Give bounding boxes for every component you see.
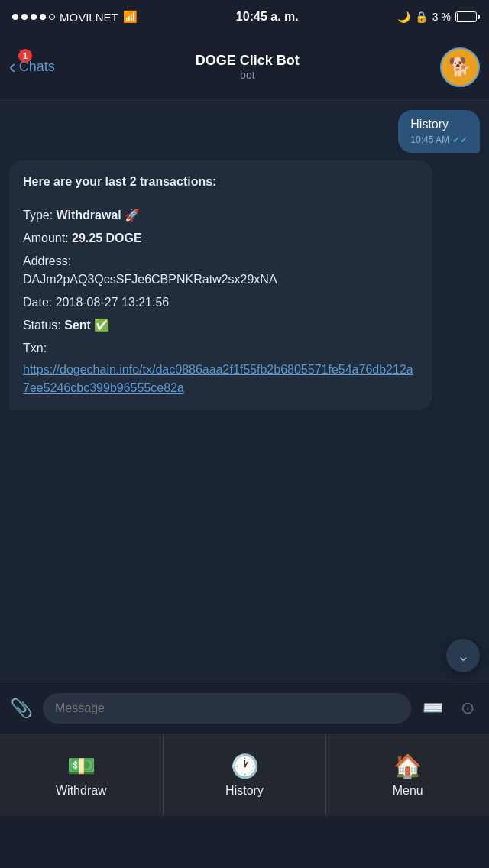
bot-message: Here are your last 2 transactions: Type:… — [9, 160, 480, 410]
status-value: Sent — [64, 319, 91, 332]
paperclip-icon: 📎 — [10, 698, 33, 719]
menu-icon: 🏠 — [393, 753, 422, 779]
camera-icon: ⊙ — [461, 698, 474, 718]
back-badge: 1 — [18, 49, 32, 63]
dot-1 — [12, 14, 18, 20]
status-label: Status: — [23, 319, 64, 332]
bot-bubble: Here are your last 2 transactions: Type:… — [9, 160, 432, 410]
date-value: 2018-08-27 13:21:56 — [56, 296, 170, 309]
back-button[interactable]: 1 ‹ Chats — [9, 55, 55, 79]
dot-3 — [31, 14, 37, 20]
chevron-down-icon: ⌄ — [457, 646, 470, 665]
attach-button[interactable]: 📎 — [8, 695, 35, 722]
read-check-icon: ✓✓ — [452, 134, 468, 145]
txn-link[interactable]: https://dogechain.info/tx/dac0886aaa2f1f… — [23, 363, 413, 394]
amount-label: Amount: — [23, 232, 72, 245]
bot-avatar[interactable]: 🐕 — [440, 47, 480, 87]
action-history[interactable]: 🕐 History — [164, 734, 327, 816]
dot-4 — [40, 14, 46, 20]
nav-bar: 1 ‹ Chats DOGE Click Bot bot 🐕 — [0, 34, 489, 101]
nav-title: DOGE Click Bot — [196, 53, 300, 69]
sent-text: History — [410, 118, 449, 131]
status-time: 10:45 a. m. — [236, 10, 299, 24]
type-value: Withdrawal — [57, 209, 121, 222]
nav-subtitle: bot — [240, 69, 254, 81]
back-arrow-icon: ‹ — [9, 55, 16, 79]
lock-icon: 🔒 — [415, 11, 428, 23]
wifi-icon: 📶 — [123, 10, 138, 24]
avatar-image: 🐕 — [449, 57, 471, 78]
carrier-name: MOVILNET — [60, 11, 118, 24]
action-menu[interactable]: 🏠 Menu — [326, 734, 489, 816]
keyboard-icon: ⌨️ — [423, 698, 443, 718]
battery-pct: 3 % — [432, 11, 451, 23]
history-icon: 🕐 — [231, 753, 259, 779]
action-withdraw[interactable]: 💵 Withdraw — [0, 734, 164, 816]
action-bar: 💵 Withdraw 🕐 History 🏠 Menu — [0, 734, 489, 816]
chat-area[interactable]: History 10:45 AM ✓✓ Here are your last 2… — [0, 101, 489, 682]
status-bar: MOVILNET 📶 10:45 a. m. 🌙 🔒 3 % — [0, 0, 489, 34]
type-label: Type: — [23, 209, 57, 222]
status-emoji: ✅ — [94, 319, 109, 332]
status-right: 🌙 🔒 3 % — [397, 11, 477, 23]
signal-dots — [12, 14, 55, 20]
dot-5 — [49, 14, 55, 20]
input-bar: 📎 ⌨️ ⊙ — [0, 682, 489, 734]
address-label: Address: — [23, 254, 71, 267]
bot-header: Here are your last 2 transactions: — [23, 175, 216, 188]
history-label: History — [225, 784, 264, 798]
battery-fill — [457, 13, 458, 21]
menu-label: Menu — [393, 784, 423, 798]
amount-value: 29.25 DOGE — [72, 232, 142, 245]
status-left: MOVILNET 📶 — [12, 10, 138, 24]
sent-bubble: History 10:45 AM ✓✓ — [398, 110, 480, 153]
address-value: DAJm2pAQ3QcsSFJe6CBPNKRatw2sx29xNA — [23, 273, 277, 286]
txn-label: Txn: — [23, 342, 47, 355]
keyboard-button[interactable]: ⌨️ — [419, 695, 446, 722]
withdraw-icon: 💵 — [67, 753, 96, 779]
message-input[interactable] — [43, 693, 411, 724]
nav-center: DOGE Click Bot bot — [55, 53, 440, 81]
moon-icon: 🌙 — [397, 11, 410, 23]
sent-message: History 10:45 AM ✓✓ — [9, 110, 480, 153]
type-emoji: 🚀 — [125, 209, 140, 222]
withdraw-label: Withdraw — [56, 784, 107, 798]
battery-icon — [455, 11, 477, 22]
dot-2 — [21, 14, 28, 20]
date-label: Date: — [23, 296, 56, 309]
sent-time: 10:45 AM ✓✓ — [410, 134, 468, 145]
scroll-down-button[interactable]: ⌄ — [446, 639, 480, 672]
camera-button[interactable]: ⊙ — [454, 695, 481, 722]
